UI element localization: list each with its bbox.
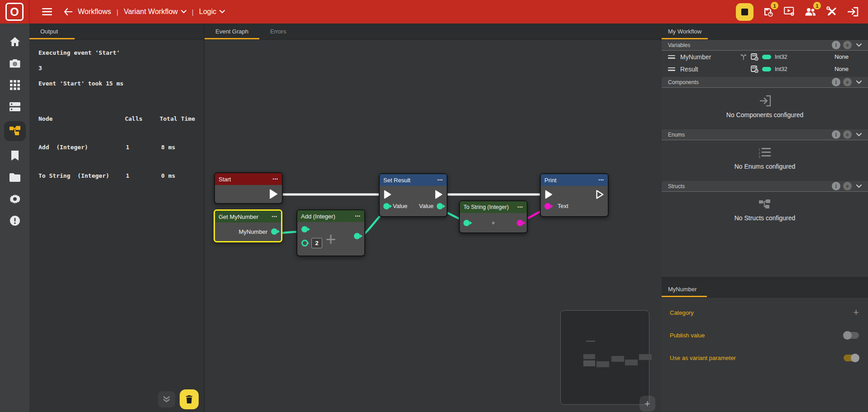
sidebar-item-apps[interactable] xyxy=(5,78,25,92)
node-get-mynumber[interactable]: Get MyNumber ••• MyNumber xyxy=(214,209,282,242)
breadcrumb-workflows[interactable]: Workflows xyxy=(78,8,111,16)
section-variables: Variables i + xyxy=(662,40,868,51)
profiling-table: Node Calls Total Time Add (Integer) 1 8 … xyxy=(38,95,195,199)
input-value-box[interactable]: 2 xyxy=(311,238,322,248)
section-structs: Structs i + xyxy=(662,181,868,192)
input-port-teal[interactable] xyxy=(383,203,390,209)
structs-empty-state: No Structs configured xyxy=(662,192,868,232)
apps-grid-icon xyxy=(10,80,20,90)
exec-output-port[interactable] xyxy=(269,189,278,199)
log-line: Event 'Start' took 15 ms xyxy=(38,80,195,88)
clear-log-button[interactable] xyxy=(180,389,199,409)
exit-button[interactable] xyxy=(846,5,860,19)
tab-my-workflow[interactable]: My Workflow xyxy=(662,23,708,39)
users-badge: 1 xyxy=(813,2,821,9)
sidebar-item-workflows[interactable] xyxy=(4,121,26,141)
collapse-section-icon[interactable] xyxy=(856,133,862,137)
back-arrow-icon[interactable] xyxy=(64,8,72,15)
node-start[interactable]: Start ••• xyxy=(214,172,283,204)
add-struct-button[interactable]: + xyxy=(843,182,852,190)
app-logo[interactable]: O xyxy=(0,0,29,24)
node-menu-icon[interactable]: ••• xyxy=(273,177,278,181)
output-port-teal[interactable] xyxy=(437,203,443,209)
workflow-selector[interactable]: Variant Workflow xyxy=(124,8,186,16)
sidebar-item-devices[interactable] xyxy=(5,99,25,114)
output-panel: Output Executing event 'Start' 3 Event '… xyxy=(29,24,205,412)
input-port-teal-unconnected[interactable] xyxy=(301,240,308,246)
output-port-magenta[interactable] xyxy=(517,220,523,226)
collapse-section-icon[interactable] xyxy=(856,43,862,47)
node-menu-icon[interactable]: ••• xyxy=(272,214,277,219)
node-menu-icon[interactable]: ••• xyxy=(599,178,604,182)
camera-icon xyxy=(10,59,20,68)
drag-handle-icon[interactable] xyxy=(668,67,675,71)
menu-icon[interactable] xyxy=(42,8,52,15)
node-print[interactable]: Print ••• Text xyxy=(540,173,609,217)
output-port-teal[interactable] xyxy=(271,228,277,235)
sidebar-item-alerts[interactable] xyxy=(5,213,25,228)
input-port-teal[interactable] xyxy=(463,220,470,226)
input-port-magenta[interactable] xyxy=(544,203,551,209)
port-label: Value xyxy=(393,203,407,209)
collapse-section-icon[interactable] xyxy=(856,81,862,84)
info-icon[interactable]: i xyxy=(832,130,840,139)
graph-canvas[interactable]: Event Graph Errors Start ••• xyxy=(205,24,662,412)
add-category-button[interactable]: + xyxy=(853,307,859,318)
variant-parameter-toggle[interactable] xyxy=(844,355,859,361)
users-button[interactable]: 1 xyxy=(804,5,817,19)
node-menu-icon[interactable]: ••• xyxy=(438,178,443,182)
collapsed-pin-dot xyxy=(492,222,495,224)
node-to-string[interactable]: To String (Integer) ••• xyxy=(459,200,528,233)
variant-split-icon xyxy=(740,53,747,61)
table-row: To String (Integer) 1 0 ms xyxy=(38,171,195,180)
drag-handle-icon[interactable] xyxy=(668,55,675,59)
info-icon[interactable]: i xyxy=(832,182,840,190)
sidebar-item-camera[interactable] xyxy=(5,56,25,71)
node-menu-icon[interactable]: ••• xyxy=(518,205,523,209)
variable-row-result[interactable]: Result Int32 None xyxy=(662,63,868,75)
info-icon[interactable]: i xyxy=(832,41,840,49)
log-line: 3 xyxy=(38,64,195,72)
tools-button[interactable] xyxy=(825,5,839,19)
sidebar-item-bookmarks[interactable] xyxy=(5,148,25,163)
graph-selector[interactable]: Logic xyxy=(199,8,225,16)
node-add-integer[interactable]: Add (Integer) ••• 2 + xyxy=(296,209,365,256)
exec-input-port[interactable] xyxy=(383,189,392,199)
sidebar-item-home[interactable] xyxy=(5,34,25,49)
breadcrumb-separator: | xyxy=(192,8,194,16)
execution-settings-button[interactable] xyxy=(782,5,796,19)
info-icon[interactable]: i xyxy=(832,78,840,86)
port-label: Text xyxy=(558,203,568,209)
stop-icon xyxy=(741,9,748,15)
add-component-button[interactable]: + xyxy=(843,78,852,86)
add-variable-button[interactable]: + xyxy=(843,41,852,49)
collapse-log-button[interactable] xyxy=(158,391,175,407)
variable-row-mynumber[interactable]: MyNumber Int32 None xyxy=(662,51,868,63)
tab-mynumber-detail[interactable]: MyNumber xyxy=(662,281,707,297)
stop-button[interactable] xyxy=(736,3,754,21)
exec-input-port[interactable] xyxy=(544,189,553,199)
publish-value-toggle[interactable] xyxy=(844,332,859,339)
app-header: O Workflows | Variant Workflow | Logic 1 xyxy=(0,0,868,24)
sidebar-item-settings[interactable] xyxy=(5,192,25,206)
port-label: Value xyxy=(419,203,434,209)
breadcrumb-separator: | xyxy=(117,8,119,16)
node-title: Add (Integer) xyxy=(301,213,335,220)
node-set-result[interactable]: Set Result ••• Value Value xyxy=(379,173,448,217)
tab-output[interactable]: Output xyxy=(29,23,75,39)
logo-o-icon: O xyxy=(5,3,24,21)
input-port-teal[interactable] xyxy=(301,226,308,232)
add-node-button[interactable]: + xyxy=(639,396,655,412)
sidebar-item-files[interactable] xyxy=(5,170,25,185)
add-enum-button[interactable]: + xyxy=(843,130,852,139)
save-states-button[interactable]: 1 xyxy=(761,5,775,19)
collapse-section-icon[interactable] xyxy=(856,185,862,188)
output-port-teal[interactable] xyxy=(354,233,360,239)
minimap[interactable] xyxy=(560,310,649,405)
node-menu-icon[interactable]: ••• xyxy=(355,214,361,218)
exec-output-port[interactable] xyxy=(434,189,443,199)
exec-output-port-unconnected[interactable] xyxy=(596,189,604,199)
data-binding-icon xyxy=(751,66,758,73)
alert-icon xyxy=(10,216,20,226)
components-empty-state: No Components configured xyxy=(662,88,868,129)
